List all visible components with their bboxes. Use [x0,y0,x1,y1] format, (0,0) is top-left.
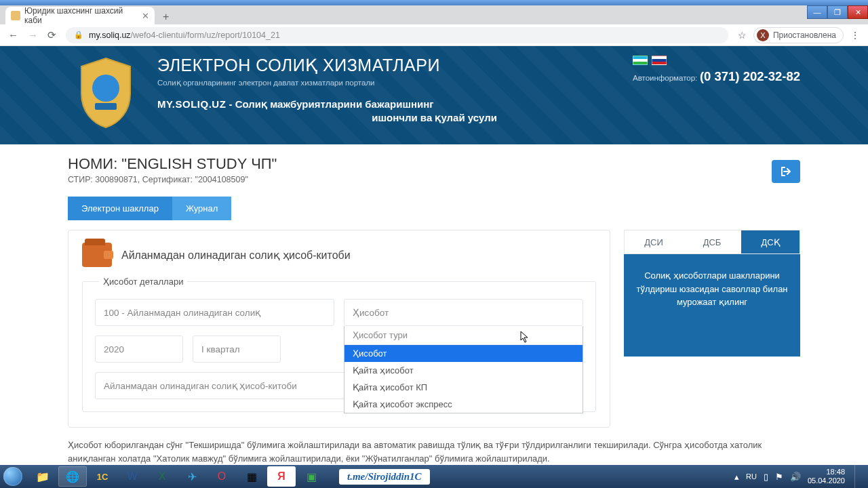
paused-label: Приостановлена [773,30,836,40]
flag-uz-icon[interactable] [633,56,648,65]
tray-volume-icon[interactable]: 🔊 [790,472,801,482]
taskbar-telegram-icon[interactable]: ✈ [178,466,206,487]
dropdown-option[interactable]: Қайта ҳисобот экспресс [344,396,583,413]
site-emblem-icon [75,56,137,130]
site-title: ЭЛЕКТРОН СОЛИҚ ХИЗМАТЛАРИ [157,56,633,75]
tray-flag-icon[interactable]: ⚑ [775,472,783,482]
site-tagline-1: - Солиқ мажбуриятларини бажаришнинг [226,98,433,110]
avatar: Х [757,29,769,41]
fieldset-legend: Ҳисобот деталлари [99,277,187,287]
quarter-select[interactable]: I квартал [193,336,281,363]
bookmark-icon[interactable]: ☆ [738,30,747,41]
browser-tab-active[interactable]: Юридик шахснинг шахсий каби ✕ [5,7,155,24]
browser-tabstrip: Юридик шахснинг шахсий каби ✕ + — ❐ ✕ [0,5,868,24]
form-title: Айланмадан олинадиган солиқ ҳисоб-китоби [121,249,351,262]
report-form-panel: Айланмадан олинадиган солиқ ҳисоб-китоби… [68,230,610,428]
browser-toolbar: ← → ⟳ 🔒 my.soliq.uz/wefo4-clientui/form/… [0,24,868,46]
tray-language[interactable]: RU [746,472,757,481]
svg-point-0 [92,75,119,102]
window-close-button[interactable]: ✕ [848,5,868,19]
site-domain: MY.SOLIQ.UZ [157,98,226,110]
taskbar-1c-icon[interactable]: 1C [88,466,117,487]
taskbar-explorer-icon[interactable]: 📁 [28,466,57,487]
profile-paused-chip[interactable]: Х Приостановлена [753,27,844,43]
favicon-icon [11,11,20,20]
page-title: НОМИ: "ENGLISH STUDY ЧП" [68,155,800,173]
dropdown-option[interactable]: Ҳисобот [344,345,583,362]
taskbar-yandex-icon[interactable]: Я [267,466,296,487]
new-tab-button[interactable]: + [159,9,173,24]
site-header: ЭЛЕКТРОН СОЛИҚ ХИЗМАТЛАРИ Солиқ органлар… [0,46,868,144]
windows-taskbar: 📁 🌐 1C W X ✈ O ▦ Я ▣ t.me/Sirojiddin1C ▴… [0,465,868,488]
side-tab-dsi[interactable]: ДСИ [625,230,683,253]
url-path: /wefo4-clientui/form/uz/report/10104_21 [131,30,280,40]
svg-rect-1 [95,103,117,110]
dropdown-option[interactable]: Қайта ҳисобот КП [344,379,583,396]
browser-menu-icon[interactable]: ⋮ [850,30,860,41]
taskbar-chrome-icon[interactable]: 🌐 [58,466,87,487]
reload-icon[interactable]: ⟳ [47,29,56,41]
tray-arrow-icon[interactable]: ▴ [734,472,739,482]
window-minimize-button[interactable]: — [807,5,827,19]
info-note: Ҳисобот юборилгандан сўнг "Текширишда" б… [68,439,800,465]
window-maximize-button[interactable]: ❐ [827,5,848,19]
logout-icon [780,166,792,177]
start-button[interactable] [0,465,26,488]
back-icon[interactable]: ← [8,29,18,41]
year-select[interactable]: 2020 [95,336,183,363]
url-host: my.soliq.uz [89,30,131,40]
taskbar-app2-icon[interactable]: ▣ [297,466,326,487]
taskbar-word-icon[interactable]: W [118,466,146,487]
side-tab-dsk[interactable]: ДСҚ [741,230,800,253]
tray-time: 18:48 [808,468,845,476]
wallet-icon [82,243,112,267]
page-meta: СТИР: 300890871, Сертификат: "2004108509… [68,175,800,184]
phone-number: (0 371) 202-32-82 [700,69,800,83]
dropdown-option[interactable]: Қайта ҳисобот [344,362,583,379]
tray-network-icon[interactable]: ▯ [764,472,768,482]
side-tab-dsb[interactable]: ДСБ [683,230,741,253]
close-tab-icon[interactable]: ✕ [142,11,149,21]
taskbar-opera-icon[interactable]: O [208,466,236,487]
side-tabs: ДСИ ДСБ ДСҚ [624,230,800,254]
tray-date: 05.04.2020 [808,476,845,485]
dropdown-header: Ҳисобот тури [344,326,583,345]
tab-title: Юридик шахснинг шахсий каби [24,6,134,25]
show-desktop-button[interactable] [854,465,861,488]
section-tabs: Электрон шакллар Журнал [68,197,800,220]
taskbar-app-icon[interactable]: ▦ [237,466,266,487]
report-type-dropdown: Ҳисобот тури Ҳисобот Қайта ҳисобот Қайта… [344,326,583,413]
report-type-select[interactable]: Ҳисобот [344,299,583,326]
tab-journal[interactable]: Журнал [172,197,231,220]
address-bar[interactable]: 🔒 my.soliq.uz/wefo4-clientui/form/uz/rep… [66,27,728,43]
tax-type-select[interactable]: 100 - Айланмадан олинадиган солиқ [95,299,334,326]
tab-eforms[interactable]: Электрон шакллар [68,197,172,220]
logout-button[interactable] [772,160,800,183]
site-tagline-2: ишончли ва қулай усули [372,112,497,123]
taskbar-excel-icon[interactable]: X [148,466,176,487]
lock-icon: 🔒 [74,30,83,39]
site-subtitle: Солиқ органларининг электрон давлат хизм… [157,78,633,87]
telegram-link-badge[interactable]: t.me/Sirojiddin1C [339,469,430,485]
report-details-fieldset: Ҳисобот деталлари 100 - Айланмадан олина… [82,277,596,412]
side-info-box: Солиқ ҳисоботлари шаклларини тўлдириш юз… [624,254,800,357]
forward-icon[interactable]: → [28,29,38,41]
flag-ru-icon[interactable] [652,56,667,65]
autoinform-label: Автоинформатор: [633,74,697,82]
tray-clock[interactable]: 18:48 05.04.2020 [808,468,845,485]
